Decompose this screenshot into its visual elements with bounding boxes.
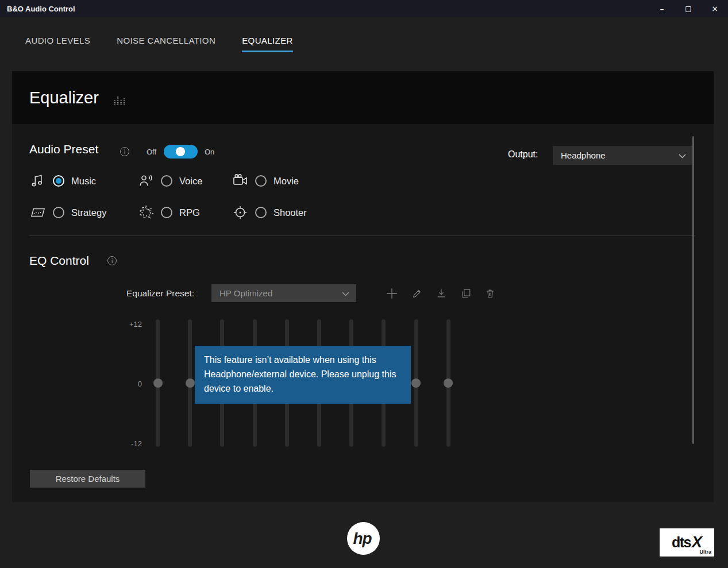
audio-preset-toggle[interactable] bbox=[164, 145, 198, 159]
equalizer-panel: Equalizer Audio Preset i Off On Output: bbox=[12, 71, 714, 502]
preset-radio-music[interactable] bbox=[53, 175, 64, 187]
output-dropdown-value: Headphone bbox=[561, 150, 679, 160]
preset-radio-movie[interactable] bbox=[255, 175, 267, 187]
add-preset-button[interactable] bbox=[384, 286, 399, 301]
eq-slider-1[interactable] bbox=[156, 319, 160, 447]
preset-label-strategy: Strategy bbox=[71, 207, 106, 218]
preset-movie[interactable]: Movie bbox=[226, 171, 299, 191]
eq-slider-2[interactable] bbox=[188, 319, 192, 447]
eq-scale-mid: 0 bbox=[125, 380, 142, 388]
minimize-button[interactable]: – bbox=[649, 0, 675, 17]
rpg-icon bbox=[132, 204, 160, 221]
toggle-off-label: Off bbox=[147, 148, 156, 156]
dts-ultra-text: Ultra bbox=[699, 549, 711, 555]
eq-control-title: EQ Control bbox=[29, 254, 89, 268]
preset-radio-shooter[interactable] bbox=[255, 207, 267, 218]
edit-preset-button[interactable] bbox=[410, 286, 425, 301]
dts-ultra-logo: dts X Ultra bbox=[660, 528, 714, 557]
preset-music[interactable]: Music bbox=[24, 171, 96, 191]
eq-scale-max: +12 bbox=[125, 320, 142, 329]
voice-icon bbox=[132, 173, 160, 189]
hp-logo-text: hp bbox=[353, 530, 373, 548]
eq-slider-thumb[interactable] bbox=[186, 378, 195, 388]
tabbar: AUDIO LEVELS NOISE CANCELLATION EQUALIZE… bbox=[25, 36, 293, 52]
audio-preset-title: Audio Preset bbox=[29, 142, 98, 156]
eq-slider-thumb[interactable] bbox=[444, 378, 453, 388]
window-title: B&O Audio Control bbox=[7, 5, 75, 13]
chevron-down-icon bbox=[679, 150, 686, 161]
maximize-button[interactable]: □ bbox=[675, 0, 702, 17]
panel-header: Equalizer bbox=[12, 71, 714, 124]
preset-shooter[interactable]: Shooter bbox=[226, 202, 307, 223]
toggle-knob bbox=[176, 147, 185, 156]
equalizer-preset-dropdown[interactable]: HP Optimized bbox=[211, 284, 356, 302]
tab-equalizer[interactable]: EQUALIZER bbox=[242, 36, 293, 52]
preset-label-rpg: RPG bbox=[179, 207, 200, 218]
eq-control-info-icon[interactable]: i bbox=[107, 256, 117, 265]
panel-scrollbar[interactable] bbox=[692, 136, 694, 444]
section-divider bbox=[29, 235, 695, 236]
output-label: Output: bbox=[508, 149, 538, 160]
tab-noise-cancellation[interactable]: NOISE CANCELLATION bbox=[117, 36, 215, 52]
window-controls: – □ × bbox=[649, 0, 728, 17]
copy-preset-button[interactable] bbox=[459, 286, 473, 301]
preset-strategy[interactable]: Strategy bbox=[24, 202, 106, 223]
page-title: Equalizer bbox=[29, 88, 99, 107]
equalizer-preset-label: Equalizer Preset: bbox=[126, 288, 194, 299]
preset-voice[interactable]: Voice bbox=[132, 171, 202, 191]
app-window: B&O Audio Control – □ × AUDIO LEVELS NOI… bbox=[0, 0, 728, 568]
equalizer-bars-icon bbox=[113, 92, 125, 109]
shooter-icon bbox=[226, 204, 254, 221]
movie-icon bbox=[226, 173, 254, 189]
delete-preset-button[interactable] bbox=[483, 286, 498, 301]
preset-rpg[interactable]: RPG bbox=[132, 202, 200, 223]
restore-defaults-button[interactable]: Restore Defaults bbox=[30, 470, 145, 488]
eq-slider-thumb[interactable] bbox=[153, 378, 163, 388]
eq-scale-min: -12 bbox=[125, 439, 142, 448]
feature-unavailable-tooltip: This feature isn’t available when using … bbox=[195, 346, 411, 404]
preset-radio-strategy[interactable] bbox=[53, 207, 64, 218]
hp-logo: hp bbox=[347, 522, 380, 555]
output-dropdown[interactable]: Headphone bbox=[553, 146, 693, 165]
toggle-on-label: On bbox=[205, 148, 214, 156]
equalizer-preset-value: HP Optimized bbox=[219, 288, 342, 298]
preset-label-voice: Voice bbox=[179, 176, 202, 187]
music-icon bbox=[24, 173, 52, 189]
close-button[interactable]: × bbox=[702, 0, 728, 17]
strategy-icon bbox=[24, 204, 52, 221]
tab-audio-levels[interactable]: AUDIO LEVELS bbox=[25, 36, 90, 52]
eq-slider-thumb[interactable] bbox=[411, 378, 421, 388]
preset-radio-voice[interactable] bbox=[161, 175, 172, 187]
preset-label-shooter: Shooter bbox=[274, 207, 307, 218]
titlebar: B&O Audio Control – □ × bbox=[0, 0, 728, 17]
eq-slider-10[interactable] bbox=[446, 319, 450, 447]
chevron-down-icon bbox=[342, 288, 349, 299]
preset-radio-rpg[interactable] bbox=[161, 207, 172, 218]
audio-preset-info-icon[interactable]: i bbox=[120, 147, 129, 156]
preset-label-music: Music bbox=[71, 176, 96, 187]
preset-label-movie: Movie bbox=[274, 176, 299, 187]
dts-logo-text: dts bbox=[672, 534, 691, 551]
save-preset-button[interactable] bbox=[434, 286, 449, 301]
eq-slider-9[interactable] bbox=[414, 319, 418, 447]
